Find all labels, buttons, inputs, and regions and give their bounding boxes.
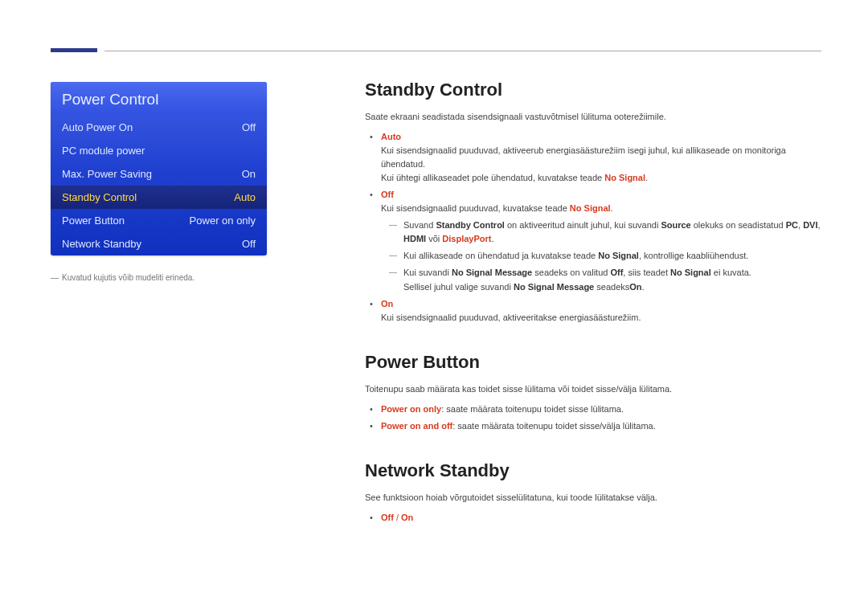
power-control-menu: Power Control Auto Power On Off PC modul… xyxy=(51,82,267,255)
heading-power-button: Power Button xyxy=(365,352,821,373)
heading-network-standby: Network Standby xyxy=(365,460,821,481)
powerbutton-option-on-and-off: Power on and off: saate määrata toitenup… xyxy=(365,419,821,433)
section-network-standby: Network Standby See funktsioon hoiab võr… xyxy=(365,460,821,525)
powerbutton-intro: Toitenupu saab määrata kas toidet sisse … xyxy=(365,382,821,396)
menu-item-label: Max. Power Saving xyxy=(62,168,152,180)
menu-item-label: Auto Power On xyxy=(62,121,133,133)
header-accent xyxy=(51,48,97,52)
menu-item-pc-module-power[interactable]: PC module power xyxy=(51,139,267,162)
menu-item-value: Off xyxy=(242,238,256,250)
menu-item-value: Off xyxy=(242,121,256,133)
menu-footnote: ―Kuvatud kujutis võib mudeliti erineda. xyxy=(51,273,194,282)
content-area: Standby Control Saate ekraani seadistada… xyxy=(365,80,821,552)
menu-item-value: Power on only xyxy=(190,215,256,227)
menu-item-value: On xyxy=(242,168,256,180)
standby-intro: Saate ekraani seadistada sisendsignaali … xyxy=(365,110,821,124)
menu-item-power-button[interactable]: Power Button Power on only xyxy=(51,209,267,232)
menu-item-max-power-saving[interactable]: Max. Power Saving On xyxy=(51,162,267,186)
standby-note-2: Kui allikaseade on ühendatud ja kuvataks… xyxy=(387,249,821,263)
menu-title: Power Control xyxy=(51,82,267,116)
section-power-button: Power Button Toitenupu saab määrata kas … xyxy=(365,352,821,433)
menu-item-label: Power Button xyxy=(62,215,125,227)
network-option-off-on: Off / On xyxy=(365,511,821,525)
dash-icon: ― xyxy=(51,273,59,282)
standby-option-auto: Auto Kui sisendsignaalid puuduvad, aktiv… xyxy=(365,130,821,185)
header-rule xyxy=(104,51,821,51)
menu-item-network-standby[interactable]: Network Standby Off xyxy=(51,232,267,255)
standby-note-3: Kui suvandi No Signal Message seadeks on… xyxy=(387,266,821,293)
menu-item-standby-control[interactable]: Standby Control Auto xyxy=(51,186,267,209)
standby-note-1: Suvand Standby Control on aktiveeritud a… xyxy=(387,219,821,246)
menu-item-value: Auto xyxy=(234,191,256,203)
standby-option-on: On Kui sisendsignaalid puuduvad, aktivee… xyxy=(365,297,821,325)
menu-item-auto-power-on[interactable]: Auto Power On Off xyxy=(51,116,267,139)
network-intro: See funktsioon hoiab võrgutoidet sisselü… xyxy=(365,491,821,505)
section-standby-control: Standby Control Saate ekraani seadistada… xyxy=(365,80,821,325)
powerbutton-option-on-only: Power on only: saate määrata toitenupu t… xyxy=(365,403,821,416)
heading-standby-control: Standby Control xyxy=(365,80,821,100)
standby-option-off: Off Kui sisendsignaalid puuduvad, kuvata… xyxy=(365,188,821,293)
menu-item-label: PC module power xyxy=(62,145,145,157)
menu-item-label: Network Standby xyxy=(62,238,141,250)
menu-item-label: Standby Control xyxy=(62,191,137,203)
